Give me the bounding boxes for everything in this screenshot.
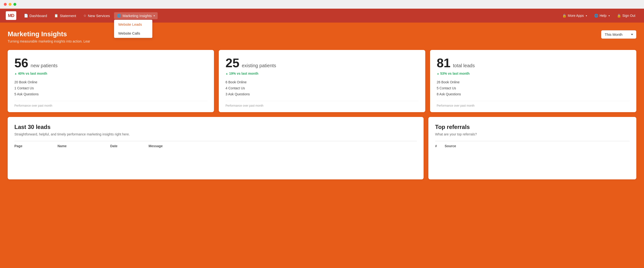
- new-patients-breakdown-3: 5 Ask Questions: [14, 91, 207, 97]
- new-patients-card: 56 new patients 40% vs last month 20 Boo…: [8, 50, 214, 112]
- marketing-insights-icon: 🌐: [117, 14, 121, 18]
- new-patients-breakdown-2: 1 Contact Us: [14, 85, 207, 91]
- top-referrals-card: Top referrals What are your top referral…: [428, 117, 636, 179]
- existing-patients-breakdown: 6 Book Online 4 Contact Us 3 Ask Questio…: [226, 79, 418, 97]
- nav-help-label: Help: [600, 14, 606, 18]
- existing-patients-card: 25 existing patients 19% vs last month 6…: [219, 50, 425, 112]
- total-leads-card: 81 total leads 53% vs last month 26 Book…: [430, 50, 636, 112]
- stats-grid: 56 new patients 40% vs last month 20 Boo…: [8, 50, 636, 112]
- referrals-table-header: # Source: [435, 141, 630, 151]
- total-leads-breakdown-2: 5 Contact Us: [437, 85, 630, 91]
- new-patients-change: 40% vs last month: [14, 72, 207, 75]
- total-leads-breakdown-3: 8 Ask Questions: [437, 91, 630, 97]
- navbar-links: 📄 Dashboard 📋 Statement ☆ New Services 🌐…: [21, 12, 560, 19]
- col-date: Date: [110, 144, 148, 148]
- chevron-down-icon: ▾: [154, 15, 155, 17]
- nav-sign-out[interactable]: 🔒 Sign Out: [614, 12, 638, 19]
- existing-patients-footer: Performance over past month: [226, 101, 418, 107]
- marketing-insights-dropdown: Website Leads Website Calls: [114, 20, 152, 38]
- col-page: Page: [14, 144, 58, 148]
- top-referrals-subtitle: What are your top referrals?: [435, 132, 630, 136]
- last-30-leads-card: Last 30 leads Straightforward, helpful, …: [8, 117, 424, 179]
- new-patients-header: 56 new patients: [14, 57, 207, 69]
- existing-patients-breakdown-2: 4 Contact Us: [226, 85, 418, 91]
- page-header-text: Marketing Insights Turning measurable ma…: [8, 30, 90, 43]
- nav-more-apps-label: More Apps: [568, 14, 584, 18]
- existing-patients-change: 19% vs last month: [226, 72, 418, 75]
- logo: MD: [6, 11, 16, 20]
- col-hash: #: [435, 144, 445, 148]
- sign-out-icon: 🔒: [617, 14, 621, 18]
- new-patients-breakdown: 20 Book Online 1 Contact Us 5 Ask Questi…: [14, 79, 207, 97]
- titlebar: [0, 0, 644, 9]
- help-icon: 🌐: [594, 14, 598, 18]
- last-30-subtitle: Straightforward, helpful, and timely per…: [14, 132, 417, 136]
- page-title: Marketing Insights: [8, 30, 90, 38]
- nav-dashboard-label: Dashboard: [30, 14, 47, 18]
- bottom-grid: Last 30 leads Straightforward, helpful, …: [8, 117, 636, 179]
- page-header: Marketing Insights Turning measurable ma…: [8, 30, 636, 43]
- navbar: MD 📄 Dashboard 📋 Statement ☆ New Service…: [0, 9, 644, 23]
- nav-sign-out-label: Sign Out: [622, 14, 636, 18]
- existing-patients-header: 25 existing patients: [226, 57, 418, 69]
- statement-icon: 📋: [54, 14, 58, 18]
- total-leads-breakdown: 26 Book Online 5 Contact Us 8 Ask Questi…: [437, 79, 630, 97]
- nav-more-apps[interactable]: 🔒 More Apps ▾: [560, 12, 590, 19]
- minimize-dot[interactable]: [8, 3, 12, 6]
- dropdown-website-leads[interactable]: Website Leads: [114, 20, 152, 29]
- total-leads-breakdown-1: 26 Book Online: [437, 79, 630, 85]
- nav-statement[interactable]: 📋 Statement: [51, 12, 79, 19]
- existing-patients-breakdown-1: 6 Book Online: [226, 79, 418, 85]
- nav-marketing-insights[interactable]: 🌐 Marketing Insights ▾: [114, 12, 158, 19]
- col-name: Name: [58, 144, 110, 148]
- close-dot[interactable]: [4, 3, 7, 6]
- chevron-down-icon-help: ▾: [608, 15, 610, 17]
- total-leads-number: 81: [437, 57, 451, 69]
- new-patients-label: new patients: [31, 63, 58, 68]
- col-message: Message: [148, 144, 417, 148]
- total-leads-change: 53% vs last month: [437, 72, 630, 75]
- page-content: Marketing Insights Turning measurable ma…: [0, 23, 644, 268]
- new-patients-footer: Performance over past month: [14, 101, 207, 107]
- new-patients-breakdown-1: 20 Book Online: [14, 79, 207, 85]
- existing-patients-label: existing patients: [242, 63, 276, 68]
- leads-table-header: Page Name Date Message: [14, 141, 417, 151]
- page-subtitle: Turning measurable marketing insights in…: [8, 39, 90, 43]
- nav-new-services[interactable]: ☆ New Services: [80, 12, 113, 19]
- existing-patients-number: 25: [226, 57, 239, 69]
- nav-dashboard[interactable]: 📄 Dashboard: [21, 12, 50, 19]
- dropdown-website-calls[interactable]: Website Calls: [114, 29, 152, 38]
- new-services-icon: ☆: [84, 14, 86, 18]
- chevron-down-icon-more: ▾: [586, 15, 587, 17]
- nav-new-services-label: New Services: [88, 14, 110, 18]
- nav-marketing-insights-label: Marketing Insights: [122, 14, 152, 18]
- existing-patients-breakdown-3: 3 Ask Questions: [226, 91, 418, 97]
- top-referrals-title: Top referrals: [435, 124, 630, 130]
- maximize-dot[interactable]: [14, 3, 16, 6]
- nav-help[interactable]: 🌐 Help ▾: [591, 12, 612, 19]
- last-30-title: Last 30 leads: [14, 124, 417, 130]
- total-leads-label: total leads: [453, 63, 475, 68]
- total-leads-header: 81 total leads: [437, 57, 630, 69]
- col-source: Source: [445, 144, 630, 148]
- lock-icon: 🔒: [562, 14, 566, 18]
- dashboard-icon: 📄: [24, 14, 28, 18]
- total-leads-footer: Performance over past month: [437, 101, 630, 107]
- new-patients-number: 56: [14, 57, 28, 69]
- nav-marketing-insights-container: 🌐 Marketing Insights ▾ Website Leads Web…: [114, 12, 158, 19]
- nav-statement-label: Statement: [60, 14, 76, 18]
- navbar-right: 🔒 More Apps ▾ 🌐 Help ▾ 🔒 Sign Out: [560, 12, 638, 19]
- period-select[interactable]: This Month Last Month Last 3 Months Last…: [601, 30, 636, 39]
